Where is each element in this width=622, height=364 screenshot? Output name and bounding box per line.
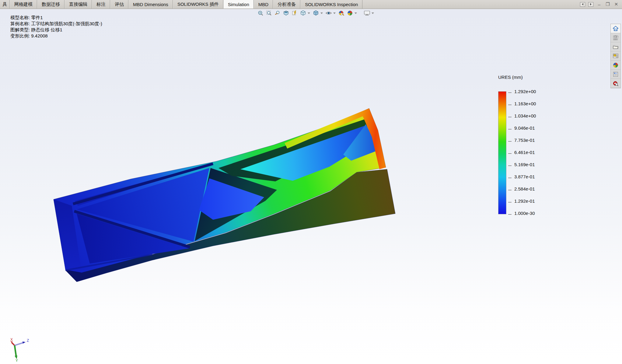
tab-evaluate[interactable]: 评估 [110, 0, 128, 9]
triad-x-label: X [10, 338, 13, 342]
task-pane [610, 24, 621, 88]
result-legend: URES (mm) 1.292e+00 1.163e+00 1.034e+00 … [496, 75, 557, 219]
task-pane-appearances-button[interactable] [611, 61, 620, 70]
task-pane-home-button[interactable] [611, 24, 620, 33]
tick-dash [508, 105, 512, 105]
legend-tick: 3.877e-01 [508, 174, 535, 179]
solidworks-window: 具 网格建模 数据迁移 直接编辑 标注 评估 MBD Dimensions SO… [0, 0, 622, 364]
tab-mbd-dimensions[interactable]: MBD Dimensions [128, 0, 173, 9]
legend-tick: 1.163e+00 [508, 101, 536, 106]
tab-label: 具 [2, 2, 7, 7]
inspection-icon [613, 80, 619, 86]
tick-dash [508, 153, 512, 154]
task-pane-design-library-button[interactable] [611, 33, 620, 42]
tick-dash [508, 214, 512, 215]
window-controls: – ❐ ✕ [580, 0, 622, 9]
window-next-button[interactable] [588, 2, 593, 7]
tab-label: 标注 [96, 2, 106, 7]
restore-button[interactable]: ❐ [605, 2, 610, 7]
tick-dash [508, 141, 512, 142]
triad-z-label: Z [27, 338, 29, 343]
tab-label: 网格建模 [14, 2, 33, 7]
legend-tick: 1.292e+00 [508, 89, 536, 94]
tab-label: MBD [258, 2, 268, 7]
arrow-left-icon [582, 3, 583, 5]
legend-color-bar [498, 91, 506, 214]
tab-label: 分析准备 [278, 2, 296, 7]
tab-data-migration[interactable]: 数据迁移 [37, 0, 65, 9]
tab-mbd[interactable]: MBD [254, 0, 273, 9]
ribbon-tab-bar: 具 网格建模 数据迁移 直接编辑 标注 评估 MBD Dimensions SO… [0, 0, 622, 9]
legend-title: URES (mm) [498, 75, 557, 80]
tab-label: 评估 [115, 2, 124, 7]
task-pane-file-explorer-button[interactable] [611, 42, 620, 51]
window-prev-button[interactable] [580, 2, 585, 7]
tab-label: SOLIDWORKS 插件 [177, 2, 219, 7]
tick-dash [508, 117, 512, 117]
tab-tools[interactable]: 具 [0, 0, 10, 9]
appearances-ball-icon [613, 62, 619, 68]
task-pane-custom-properties-button[interactable] [611, 70, 620, 79]
legend-tick: 6.461e-01 [508, 150, 535, 155]
tab-markup[interactable]: 标注 [92, 0, 110, 9]
reference-triad: X Z Y [4, 332, 35, 362]
properties-form-icon [613, 71, 619, 77]
legend-tick: 2.584e-01 [508, 186, 535, 191]
tab-mesh-modeling[interactable]: 网格建模 [10, 0, 37, 9]
tab-solidworks-inspection[interactable]: SOLIDWORKS Inspection [300, 0, 362, 9]
tick-dash [508, 129, 512, 129]
home-icon [613, 26, 619, 32]
tab-solidworks-addins[interactable]: SOLIDWORKS 插件 [173, 0, 223, 9]
legend-tick: 7.753e-01 [508, 138, 535, 142]
tab-simulation[interactable]: Simulation [223, 0, 254, 9]
folder-icon [613, 44, 619, 50]
minimize-button[interactable]: – [596, 2, 602, 7]
task-pane-inspection-button[interactable] [611, 79, 620, 88]
tab-label: SOLIDWORKS Inspection [305, 2, 358, 7]
tab-direct-editing[interactable]: 直接编辑 [65, 0, 92, 9]
legend-tick: 1.034e+00 [508, 113, 536, 118]
tick-dash [508, 166, 512, 166]
arrow-right-icon [590, 3, 592, 5]
tab-label: Simulation [228, 2, 249, 7]
tick-dash [508, 190, 512, 190]
tab-label: 数据迁移 [42, 2, 60, 7]
task-pane-view-palette-button[interactable] [611, 51, 620, 61]
graphics-viewport[interactable]: 模型名称: 零件1 算例名称: 工字结构加强筋30度(-加强筋30度-) 图解类… [0, 9, 622, 364]
triad-y-label: Y [16, 359, 18, 362]
tick-dash [508, 93, 512, 93]
close-button[interactable]: ✕ [613, 2, 619, 7]
legend-tick: 5.169e-01 [508, 162, 535, 167]
tick-dash [508, 178, 512, 178]
books-icon [613, 35, 619, 41]
legend-tick: 1.000e-30 [508, 211, 535, 215]
tab-label: 直接编辑 [69, 2, 87, 7]
tab-label: MBD Dimensions [133, 2, 168, 7]
legend-body: 1.292e+00 1.163e+00 1.034e+00 9.046e-01 … [496, 88, 557, 219]
tick-dash [508, 202, 512, 202]
legend-tick: 1.292e-01 [508, 198, 535, 203]
view-palette-icon [613, 53, 619, 59]
legend-tick: 9.046e-01 [508, 125, 535, 130]
tab-analysis-prep[interactable]: 分析准备 [273, 0, 300, 9]
